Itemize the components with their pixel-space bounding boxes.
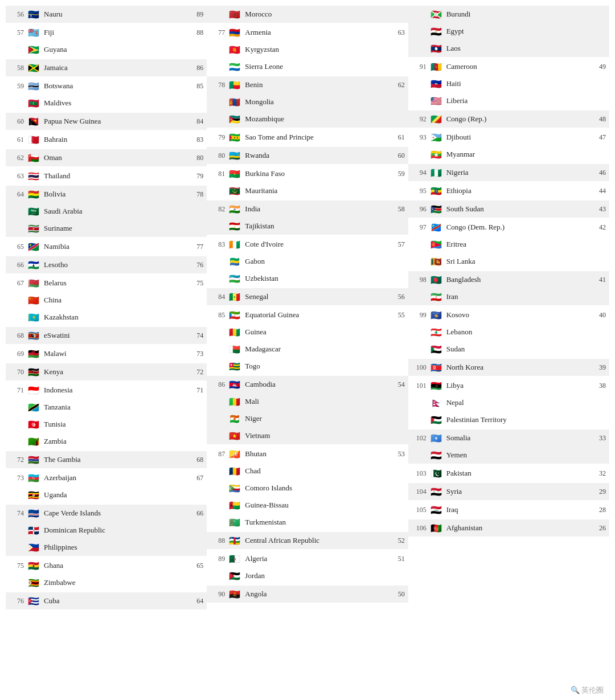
rank-number: 57	[9, 28, 27, 37]
country-flag: 🇵🇸	[430, 415, 442, 424]
country-name: Liberia	[446, 96, 590, 105]
score-value: 62	[389, 81, 405, 89]
rank-number: 87	[210, 450, 228, 459]
group: 106🇦🇫Afghanistan26	[408, 519, 609, 537]
rank-number: 95	[412, 187, 430, 195]
country-flag: 🇨🇳	[27, 296, 40, 305]
country-flag: 🇸🇸	[430, 204, 442, 214]
country-flag: 🇵🇭	[27, 543, 40, 552]
country-name: South Sudan	[446, 204, 590, 214]
table-row: 🇲🇻Maldives	[6, 95, 207, 112]
table-row: 57🇫🇯Fiji88	[6, 24, 207, 41]
score-value: 71	[187, 386, 203, 395]
country-flag: 🇳🇷	[27, 10, 40, 19]
country-flag: 🇸🇿	[27, 331, 40, 340]
score-value: 75	[187, 279, 203, 288]
rank-number: 103	[412, 469, 430, 478]
rank-number: 61	[9, 136, 27, 144]
table-row: 🇰🇬Kyrgyzstan	[207, 41, 408, 58]
rank-number: 84	[210, 293, 228, 301]
table-row: 60🇵🇬Papua New Guinea84	[6, 113, 207, 130]
country-name: Cambodia	[245, 380, 388, 389]
score-value: 52	[389, 537, 405, 545]
country-flag: 🇮🇳	[228, 204, 241, 214]
table-row: 🇹🇩Chad	[207, 462, 408, 480]
country-name: Ghana	[44, 561, 187, 570]
table-row: 🇰🇿Kazakhstan	[6, 309, 207, 326]
country-name: Bhutan	[245, 449, 388, 459]
group: 91🇨🇲Cameroon49🇭🇹Haiti🇱🇷Liberia	[408, 58, 609, 109]
country-flag: 🇦🇲	[228, 28, 241, 37]
group: 59🇧🇼Botswana85🇲🇻Maldives	[6, 77, 207, 112]
table-row: 96🇸🇸South Sudan43	[408, 200, 609, 218]
rank-number: 78	[210, 81, 228, 89]
group: 56🇳🇷Nauru89	[6, 6, 207, 23]
country-name: Yemen	[446, 451, 590, 460]
country-flag: 🇽🇰	[430, 310, 442, 320]
table-row: 106🇦🇫Afghanistan26	[408, 519, 609, 537]
table-row: 62🇴🇲Oman80	[6, 149, 207, 166]
table-row: 🇲🇷Mauritania	[207, 182, 408, 199]
table-row: 99🇽🇰Kosovo40	[408, 306, 609, 324]
score-value: 32	[590, 469, 606, 478]
country-flag: 🇳🇵	[430, 398, 442, 407]
column-2: 🇧🇮Burundi🇪🇬Egypt🇱🇦Laos91🇨🇲Cameroon49🇭🇹Ha…	[408, 6, 609, 675]
country-name: Morocco	[245, 10, 388, 19]
table-row: 🇲🇬Madagascar	[207, 341, 408, 358]
table-row: 97🇨🇩Congo (Dem. Rep.)42	[408, 219, 609, 236]
rank-number: 65	[9, 243, 27, 251]
country-flag: 🇲🇻	[27, 99, 40, 108]
rank-number: 59	[9, 82, 27, 91]
country-name: Congo (Dem. Rep.)	[446, 223, 590, 232]
score-value: 29	[590, 488, 606, 496]
score-value: 42	[590, 223, 606, 232]
country-flag: 🇧🇼	[27, 81, 40, 91]
table-row: 89🇩🇿Algeria51	[207, 550, 408, 567]
country-name: Bolivia	[44, 190, 187, 199]
country-flag: 🇭🇹	[430, 79, 442, 88]
country-flag: 🇷🇼	[228, 151, 241, 160]
table-row: 93🇩🇯Djibouti47	[408, 129, 609, 146]
table-row: 🇪🇬Egypt	[408, 23, 609, 40]
country-name: Turkmenistan	[245, 518, 388, 527]
rank-number: 106	[412, 524, 430, 533]
country-flag: 🇲🇬	[228, 345, 241, 354]
country-name: Philippines	[44, 543, 187, 552]
group: 87🇧🇹Bhutan53🇹🇩Chad🇰🇲Comoro Islands🇬🇼Guin…	[207, 445, 408, 531]
country-name: Tunisia	[44, 420, 187, 429]
score-value: 67	[187, 474, 203, 482]
rank-number: 97	[412, 223, 430, 232]
column-1: 🇲🇦Morocco77🇦🇲Armenia63🇰🇬Kyrgyzstan🇸🇱Sier…	[207, 6, 408, 675]
score-value: 78	[187, 190, 203, 199]
table-row: 🇱🇧Lebanon	[408, 324, 609, 341]
country-flag: 🇯🇴	[228, 571, 241, 580]
group: 83🇨🇮Cote d'Ivoire57🇬🇦Gabon🇺🇿Uzbekistan	[207, 236, 408, 287]
table-row: 🇲🇦Morocco	[207, 6, 408, 23]
country-name: Dominican Republic	[44, 526, 187, 535]
country-name: Laos	[446, 44, 590, 53]
table-row: 84🇸🇳Senegal56	[207, 288, 408, 305]
country-name: Belarus	[44, 279, 187, 288]
country-flag: 🇧🇴	[27, 190, 40, 199]
country-flag: 🇳🇬	[430, 168, 442, 177]
table-row: 🇸🇱Sierra Leone	[207, 58, 408, 75]
group: 103🇵🇰Pakistan32	[408, 465, 609, 482]
score-value: 63	[389, 28, 405, 37]
country-flag: 🇪🇷	[430, 240, 442, 249]
group: 79🇸🇹Sao Tome and Principe61	[207, 129, 408, 146]
table-row: 101🇱🇾Libya38	[408, 377, 609, 394]
country-flag: 🇸🇳	[228, 292, 241, 301]
score-value: 58	[389, 205, 405, 214]
table-row: 🇵🇭Philippines	[6, 539, 207, 556]
rank-number: 104	[412, 488, 430, 496]
country-name: Myanmar	[446, 150, 590, 159]
rank-number: 69	[9, 350, 27, 358]
group: 88🇨🇫Central African Republic52	[207, 532, 408, 549]
rank-number: 102	[412, 434, 430, 443]
group: 70🇰🇪Kenya72	[6, 363, 207, 380]
group: 81🇧🇫Burkina Faso59🇲🇷Mauritania	[207, 165, 408, 199]
country-flag: 🇲🇱	[228, 397, 241, 406]
country-name: Egypt	[446, 27, 590, 36]
country-flag: 🇧🇫	[228, 169, 241, 178]
table-row: 🇬🇦Gabon	[207, 253, 408, 270]
